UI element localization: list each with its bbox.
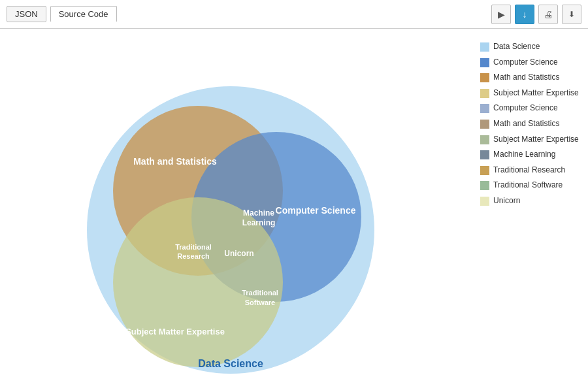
legend-item-math-stats-2: Math and Statistics xyxy=(480,119,581,129)
tab-json[interactable]: JSON xyxy=(7,6,46,22)
legend-swatch-unicorn xyxy=(480,197,489,206)
legend-label-machine-learning: Machine Learning xyxy=(493,150,555,160)
legend-swatch-subject-matter-1 xyxy=(480,89,489,98)
legend-label-computer-science-2: Computer Science xyxy=(493,103,558,114)
legend-item-subject-matter-2: Subject Matter Expertise xyxy=(480,135,581,145)
legend-swatch-subject-matter-2 xyxy=(480,135,489,144)
legend-label-subject-matter-1: Subject Matter Expertise xyxy=(493,88,579,99)
legend-swatch-machine-learning xyxy=(480,150,489,159)
legend-item-subject-matter-1: Subject Matter Expertise xyxy=(480,88,581,99)
traditional-research-label: Traditional xyxy=(175,243,212,251)
download-button[interactable]: ↓ xyxy=(515,5,534,24)
legend-swatch-computer-science-2 xyxy=(480,104,489,113)
venn-diagram: Data Science Math and Statistics Compute… xyxy=(54,41,420,380)
legend-item-traditional-software: Traditional Software xyxy=(480,180,581,191)
chart-area: Data Science Math and Statistics Compute… xyxy=(0,29,474,392)
legend-item-computer-science-2: Computer Science xyxy=(480,103,581,114)
legend-swatch-computer-science-1 xyxy=(480,58,489,67)
legend-swatch-traditional-software xyxy=(480,181,489,190)
legend-label-unicorn: Unicorn xyxy=(493,196,520,206)
header: JSON Source Code ▶ ↓ 🖨 ⬇ xyxy=(0,0,588,29)
legend-item-data-science: Data Science xyxy=(480,42,581,52)
print-button[interactable]: 🖨 xyxy=(538,5,558,24)
legend-label-math-stats-2: Math and Statistics xyxy=(493,119,559,129)
play-button[interactable]: ▶ xyxy=(491,5,511,24)
subject-matter-label: Subject Matter Expertise xyxy=(125,327,225,336)
machine-learning-label: Machine xyxy=(242,208,274,218)
legend-item-computer-science-1: Computer Science xyxy=(480,57,581,68)
traditional-software-label2: Software xyxy=(244,299,274,306)
legend-swatch-data-science xyxy=(480,42,489,52)
legend: Data Science Computer Science Math and S… xyxy=(474,29,588,392)
legend-label-computer-science-1: Computer Science xyxy=(493,57,558,68)
tab-bar: JSON Source Code xyxy=(7,6,117,22)
traditional-software-label: Traditional xyxy=(242,289,278,297)
toolbar: ▶ ↓ 🖨 ⬇ xyxy=(491,5,581,24)
computer-science-label: Computer Science xyxy=(275,205,355,216)
tab-source-code[interactable]: Source Code xyxy=(50,6,117,22)
legend-label-math-stats-1: Math and Statistics xyxy=(493,73,559,83)
legend-swatch-traditional-research xyxy=(480,166,489,175)
legend-item-math-stats-1: Math and Statistics xyxy=(480,73,581,83)
traditional-research-label2: Research xyxy=(177,252,210,260)
legend-item-unicorn: Unicorn xyxy=(480,196,581,206)
legend-swatch-math-stats-2 xyxy=(480,120,489,129)
unicorn-label: Unicorn xyxy=(224,249,253,258)
math-stats-label: Math and Statistics xyxy=(133,156,217,167)
data-science-label: Data Science xyxy=(198,358,263,369)
machine-learning-label2: Learning xyxy=(242,218,275,227)
legend-label-subject-matter-2: Subject Matter Expertise xyxy=(493,135,579,145)
legend-label-data-science: Data Science xyxy=(493,42,540,52)
legend-label-traditional-software: Traditional Software xyxy=(493,180,563,191)
export-button[interactable]: ⬇ xyxy=(562,5,581,24)
legend-label-traditional-research: Traditional Research xyxy=(493,165,565,176)
main-content: Data Science Math and Statistics Compute… xyxy=(0,29,588,392)
legend-item-machine-learning: Machine Learning xyxy=(480,150,581,160)
legend-item-traditional-research: Traditional Research xyxy=(480,165,581,176)
legend-swatch-math-stats-1 xyxy=(480,73,489,82)
